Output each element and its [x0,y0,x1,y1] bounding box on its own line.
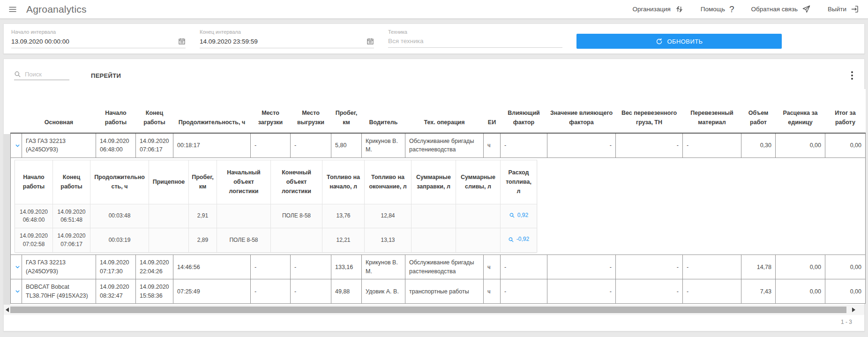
table-row: BOBCAT Bobcat TL38.70HF (4915ХА23)14.09.… [11,279,866,304]
expand-row-button[interactable] [11,255,22,279]
column-header: Водитель [362,89,405,133]
refresh-button[interactable]: ОБНОВИТЬ [576,34,782,49]
go-button[interactable]: ПЕРЕЙТИ [91,72,121,79]
table-cell: 00:18:17 [173,133,251,157]
send-icon [802,5,811,14]
detail-cell: 00:03:48 [90,204,149,228]
detail-cell: -0,92 [501,228,537,253]
table-cell: - [251,279,291,304]
table-cell: - [616,133,683,157]
interval-start-label: Начало интервала [11,29,186,35]
detail-row: Начало работыКонец работыПродолжительнос… [11,157,866,255]
detail-column-header: Топливо на начало, л [322,160,365,204]
table-cell: - [616,255,683,279]
table-cell: Крикунов В. М. [362,133,405,157]
refresh-icon [656,38,663,45]
column-header: Основная [22,89,96,133]
column-header: Продолжительность, ч [173,89,251,133]
detail-cell: 14.09.2020 07:02:58 [15,228,53,253]
expand-row-button[interactable] [11,279,22,304]
logout-button[interactable]: Выйти [828,5,860,14]
magnifier-icon [508,237,514,243]
detail-cell [412,228,456,253]
help-button[interactable]: Помощь ? [701,5,734,14]
table-cell: - [683,133,741,157]
chevron-down-icon [15,142,21,149]
top-bar: Agroanalytics Организация Помощь ? Обрат… [0,0,868,19]
table-cell: - [616,279,683,304]
table-cell: ГАЗ ГАЗ 32213 (А245ОУ93) [22,133,96,157]
column-header: Влияющий фактор [501,89,547,133]
trip-detail-table: Начало работыКонец работыПродолжительнос… [15,160,537,253]
filter-panel: Начало интервала Конец интервала [3,23,865,54]
detail-column-header: Конец работы [53,160,90,204]
detail-panel: Начало работыКонец работыПродолжительнос… [11,157,866,255]
column-header: Объем работ [741,89,776,133]
column-header: Конец работы [136,89,173,133]
feedback-button[interactable]: Обратная связь [751,5,811,14]
detail-row-item: 14.09.2020 07:02:5814.09.2020 07:06:1700… [15,228,537,253]
detail-cell: 2,91 [189,204,217,228]
organization-button[interactable]: Организация [632,5,683,14]
table-cell: 7,43 [741,279,776,304]
interval-end-input[interactable] [200,38,367,45]
detail-column-header: Суммарные заправки, л [412,160,456,204]
table-cell: 0,00 [776,255,825,279]
magnifier-icon [509,212,515,218]
table-cell: 133,16 [331,255,362,279]
question-icon: ? [729,5,734,14]
detail-column-header: Конечный объект логистики [271,160,322,204]
table-cell: - [251,255,291,279]
fuel-consumption-link[interactable]: 0,92 [509,211,528,219]
table-cell: 14.09.2020 08:32:47 [96,279,136,304]
calendar-icon[interactable] [178,37,186,45]
column-header: Значение влияющего фактора [547,89,616,133]
table-cell: - [683,255,741,279]
table-cell: ч [484,255,501,279]
table-cell: Обслуживание бригады растениеводства [405,133,484,157]
detail-cell: ПОЛЕ 8-58 [271,204,322,228]
column-header: Перевезенный материал [683,89,741,133]
detail-column-header: Продолжительность, ч [90,160,149,204]
header-row: ОсновнаяНачало работыКонец работыПродолж… [11,89,866,133]
search-input[interactable] [25,71,65,78]
scrollbar-thumb[interactable] [10,307,846,313]
table-cell: ч [484,279,501,304]
organization-label: Организация [632,6,670,13]
detail-cell: 13,13 [365,228,412,253]
detail-cell: 14.09.2020 06:48:00 [15,204,53,228]
horizontal-scrollbar [4,305,864,315]
table-cell: - [683,279,741,304]
table-cell: 14,78 [741,255,776,279]
vehicle-input[interactable] [388,37,562,45]
calendar-icon[interactable] [367,37,374,45]
expand-row-button[interactable] [11,133,22,157]
kebab-menu-icon[interactable] [847,69,857,82]
detail-cell [456,228,501,253]
table-footer: 1 - 3 [4,315,864,329]
interval-start-input[interactable] [11,38,178,45]
detail-cell: 12,21 [322,228,365,253]
column-header: Пробег, км [331,89,362,133]
detail-column-header: Расход топлива, л [501,160,537,204]
menu-icon[interactable] [7,3,19,15]
table-cell: - [291,133,331,157]
table-cell: - [547,255,616,279]
table-cell: 5,80 [331,133,362,157]
table-cell: BOBCAT Bobcat TL38.70HF (4915ХА23) [22,279,96,304]
table-cell: 14.09.2020 15:58:36 [136,279,173,304]
table-cell: Обслуживание бригады растениеводства [405,255,484,279]
table-cell: 14.09.2020 06:48:00 [96,133,136,157]
table-cell: - [501,255,547,279]
scroll-right-arrow[interactable] [850,307,857,313]
detail-column-header: Суммарные сливы, л [456,160,501,204]
detail-cell [149,228,189,253]
column-header: Тех. операция [405,89,484,133]
fuel-consumption-link[interactable]: -0,92 [508,235,529,243]
scroll-left-arrow[interactable] [4,307,10,313]
detail-cell [456,204,501,228]
table-cell: - [547,133,616,157]
table-zone: ОсновнаяНачало работыКонец работыПродолж… [4,89,864,315]
table-cell: ч [484,133,501,157]
vehicle-label: Техника [388,29,562,35]
